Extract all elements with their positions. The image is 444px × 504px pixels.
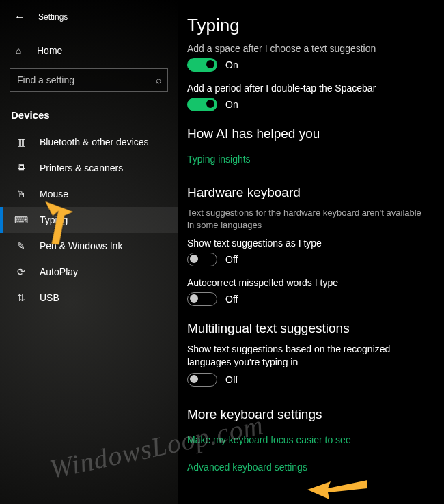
- setting-desc: Show text suggestions based on the recog…: [187, 343, 426, 369]
- sidebar-item-label: Pen & Windows Ink: [40, 240, 122, 251]
- sidebar-item-mouse[interactable]: 🖱Mouse: [0, 181, 178, 207]
- toggle-state: Off: [225, 254, 238, 265]
- advanced-keyboard-settings-link[interactable]: Advanced keyboard settings: [187, 462, 307, 473]
- toggle-hw-autocorrect[interactable]: [187, 292, 217, 306]
- sidebar-item-label: Printers & scanners: [40, 163, 123, 173]
- toggle-hw-suggest[interactable]: [187, 253, 217, 266]
- sidebar-item-label: AutoPlay: [40, 266, 78, 277]
- bluetooth-devices-icon: ▥: [15, 137, 27, 148]
- section-hw-title: Hardware keyboard: [187, 185, 426, 200]
- sidebar-item-label: Mouse: [40, 188, 68, 199]
- printer-icon: 🖶: [15, 163, 27, 173]
- setting-desc: Add a period after I double-tap the Spac…: [187, 83, 426, 94]
- sidebar-item-autoplay[interactable]: ⟳AutoPlay: [0, 259, 178, 285]
- home-label: Home: [37, 45, 62, 56]
- sidebar-item-typing[interactable]: ⌨Typing: [0, 207, 178, 233]
- sidebar-item-label: USB: [40, 292, 59, 303]
- sidebar-section-title: Devices: [0, 105, 178, 129]
- setting-desc: Show text suggestions as I type: [187, 238, 426, 249]
- toggle-add-space[interactable]: [187, 58, 217, 72]
- section-hw-note: Text suggestions for the hardware keyboa…: [187, 207, 426, 231]
- search-input[interactable]: [10, 68, 168, 92]
- keyboard-focus-link[interactable]: Make my keyboard focus easier to see: [187, 434, 351, 445]
- back-button[interactable]: ←: [11, 8, 29, 26]
- usb-icon: ⇅: [15, 292, 27, 303]
- sidebar-item-bluetooth-other-devices[interactable]: ▥Bluetooth & other devices: [0, 129, 178, 155]
- sidebar-item-label: Bluetooth & other devices: [40, 137, 149, 148]
- section-more-title: More keyboard settings: [187, 407, 426, 422]
- toggle-state: On: [225, 99, 238, 110]
- page-title: Typing: [187, 15, 426, 36]
- section-multilingual-title: Multilingual text suggestions: [187, 321, 426, 336]
- toggle-add-period[interactable]: [187, 98, 217, 111]
- toggle-state: On: [225, 59, 238, 70]
- sidebar-item-printers-scanners[interactable]: 🖶Printers & scanners: [0, 155, 178, 181]
- toggle-state: Off: [225, 374, 238, 385]
- main-content: Typing Add a space after I choose a text…: [178, 0, 444, 504]
- toggle-state: Off: [225, 294, 238, 305]
- titlebar: ← Settings: [0, 7, 178, 33]
- sidebar-nav: ▥Bluetooth & other devices🖶Printers & sc…: [0, 129, 178, 311]
- settings-sidebar: ← Settings ⌂ Home ⌕ Devices ▥Bluetooth &…: [0, 0, 178, 504]
- mouse-icon: 🖱: [15, 188, 27, 199]
- setting-desc: Add a space after I choose a text sugges…: [187, 43, 426, 54]
- app-title: Settings: [38, 12, 68, 22]
- sidebar-item-label: Typing: [40, 214, 68, 225]
- section-ai-title: How AI has helped you: [187, 126, 426, 141]
- keyboard-icon: ⌨: [15, 214, 27, 225]
- typing-insights-link[interactable]: Typing insights: [187, 154, 251, 165]
- home-icon: ⌂: [12, 45, 25, 56]
- search-icon[interactable]: ⌕: [156, 74, 161, 85]
- sidebar-item-pen-windows-ink[interactable]: ✎Pen & Windows Ink: [0, 233, 178, 259]
- toggle-multilingual[interactable]: [187, 373, 217, 387]
- pen-icon: ✎: [15, 240, 27, 251]
- setting-desc: Autocorrect misspelled words I type: [187, 277, 426, 288]
- home-nav[interactable]: ⌂ Home: [0, 38, 178, 63]
- sidebar-item-usb[interactable]: ⇅USB: [0, 285, 178, 311]
- autoplay-icon: ⟳: [15, 266, 27, 277]
